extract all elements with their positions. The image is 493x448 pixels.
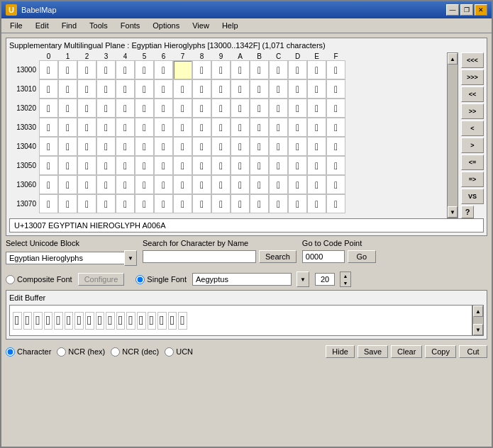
char-cell[interactable]: 𓁖	[154, 156, 173, 175]
char-cell[interactable]: 𓀗	[173, 79, 192, 99]
char-cell[interactable]: 𓀪	[231, 99, 250, 118]
char-cell[interactable]: 𓀠	[39, 99, 58, 118]
buffer-char-5[interactable]: 𓀅	[65, 312, 74, 330]
menu-find[interactable]: Find	[56, 20, 82, 31]
char-cell[interactable]: 𓁚	[231, 156, 250, 175]
restore-button[interactable]: ❐	[460, 4, 473, 16]
char-cell[interactable]: 𓀣	[96, 99, 116, 118]
char-cell[interactable]: 𓁆	[154, 137, 173, 156]
menu-help[interactable]: Help	[216, 20, 244, 31]
char-cell[interactable]: 𓀜	[269, 79, 288, 99]
char-cell[interactable]: 𓀉	[211, 60, 231, 79]
char-cell[interactable]: 𓁪	[231, 175, 250, 194]
size-up-btn[interactable]: ▲	[340, 272, 350, 279]
char-cell[interactable]: 𓁝	[288, 156, 307, 175]
char-cell[interactable]: 𓁞	[307, 156, 326, 175]
char-cell[interactable]: 𓀬	[269, 99, 288, 118]
char-cell[interactable]: 𓀓	[96, 79, 116, 99]
buffer-scroll-down[interactable]: ▼	[473, 324, 483, 335]
char-cell[interactable]: 𓀏	[326, 60, 345, 79]
char-cell[interactable]: 𓁵	[135, 194, 154, 213]
char-cell[interactable]: 𓁮	[307, 175, 326, 194]
radio-character[interactable]: Character	[6, 347, 51, 357]
char-cell[interactable]: 𓀙	[211, 79, 231, 99]
copy-button[interactable]: Copy	[425, 345, 456, 358]
char-cell[interactable]: 𓁒	[77, 156, 96, 175]
char-cell[interactable]: 𓁠	[39, 175, 58, 194]
menu-file[interactable]: File	[4, 20, 28, 31]
char-cell[interactable]: 𓀲	[77, 118, 96, 137]
unicode-block-arrow[interactable]: ▼	[124, 250, 137, 266]
char-cell[interactable]: 𓀸	[192, 118, 211, 137]
buffer-char-3[interactable]: 𓀃	[44, 312, 53, 330]
size-down-btn[interactable]: ▼	[340, 279, 350, 286]
char-cell[interactable]: 𓁁	[58, 137, 77, 156]
nav-prev-char[interactable]: <=	[461, 155, 484, 170]
char-cell[interactable]: 𓁶	[154, 194, 173, 213]
nav-help[interactable]: ?	[461, 206, 474, 218]
char-cell[interactable]: 𓀚	[231, 79, 250, 99]
char-cell[interactable]: 𓁧	[173, 175, 192, 194]
char-cell[interactable]: 𓀂	[77, 60, 96, 79]
char-cell[interactable]: 𓀮	[307, 99, 326, 118]
char-cell[interactable]: 𓀑	[58, 79, 77, 99]
char-cell[interactable]: 𓁅	[135, 137, 154, 156]
menu-options[interactable]: Options	[147, 20, 185, 31]
char-cell[interactable]: 𓁺	[231, 194, 250, 213]
char-cell[interactable]: 𓁗	[173, 156, 192, 175]
char-cell[interactable]: 𓀶	[154, 118, 173, 137]
char-cell[interactable]: 𓀆	[154, 60, 173, 79]
char-cell[interactable]: 𓁼	[269, 194, 288, 213]
nav-next-char[interactable]: =>	[461, 172, 484, 187]
char-cell[interactable]: 𓀥	[135, 99, 154, 118]
char-cell[interactable]: 𓀛	[250, 79, 269, 99]
char-cell[interactable]: 𓁀	[39, 137, 58, 156]
search-input[interactable]	[143, 250, 256, 263]
buffer-char-7[interactable]: 𓀇	[85, 312, 94, 330]
char-cell[interactable]: 𓀟	[326, 79, 345, 99]
char-cell[interactable]: 𓀘	[192, 79, 211, 99]
menu-tools[interactable]: Tools	[84, 20, 113, 31]
buffer-char-10[interactable]: 𓀊	[116, 312, 126, 330]
char-cell[interactable]: 𓀈	[192, 60, 211, 79]
char-cell[interactable]: 𓀾	[307, 118, 326, 137]
buffer-char-14[interactable]: 𓀎	[157, 312, 167, 330]
char-cell[interactable]: 𓁕	[135, 156, 154, 175]
char-cell[interactable]: 𓁣	[96, 175, 116, 194]
char-cell[interactable]: 𓁔	[116, 156, 135, 175]
char-cell[interactable]: 𓁰	[39, 194, 58, 213]
char-cell[interactable]: 𓁂	[77, 137, 96, 156]
char-cell[interactable]: 𓀞	[307, 79, 326, 99]
buffer-char-13[interactable]: 𓀍	[148, 312, 157, 330]
font-dropdown-arrow[interactable]: ▼	[297, 271, 309, 287]
char-cell[interactable]: 𓀿	[326, 118, 345, 137]
char-cell[interactable]: 𓀇𓀇	[173, 60, 192, 79]
radio-ncr-hex[interactable]: NCR (hex)	[57, 347, 105, 357]
goto-button[interactable]: Go	[348, 250, 376, 263]
char-cell[interactable]: 𓁐	[39, 156, 58, 175]
nav-prev-block[interactable]: <<	[461, 86, 484, 102]
char-cell[interactable]: 𓀖	[154, 79, 173, 99]
menu-edit[interactable]: Edit	[30, 20, 55, 31]
buffer-char-15[interactable]: 𓀏	[168, 312, 177, 330]
buffer-char-2[interactable]: 𓀂	[33, 312, 43, 330]
char-cell[interactable]: 𓁻	[250, 194, 269, 213]
char-cell[interactable]: 𓁈	[192, 137, 211, 156]
char-cell[interactable]: 𓀴	[116, 118, 135, 137]
char-cell[interactable]: 𓁲	[77, 194, 96, 213]
clear-button[interactable]: Clear	[391, 345, 422, 358]
char-cell[interactable]: 𓀀	[39, 60, 58, 79]
nav-last[interactable]: >>>	[461, 69, 484, 85]
char-cell[interactable]: 𓀵	[135, 118, 154, 137]
char-cell[interactable]: 𓀔	[116, 79, 135, 99]
char-cell[interactable]: 𓁄	[116, 137, 135, 156]
char-cell[interactable]: 𓀡	[58, 99, 77, 118]
edit-buffer-content[interactable]: 𓀀𓀁𓀂𓀃𓀄𓀅𓀆𓀇𓀈𓀉𓀊𓀋𓀌𓀍𓀎𓀏𓀐	[9, 305, 472, 336]
buffer-char-0[interactable]: 𓀀	[13, 312, 22, 330]
char-cell[interactable]: 𓁨	[192, 175, 211, 194]
char-cell[interactable]: 𓀋	[250, 60, 269, 79]
char-cell[interactable]: 𓁡	[58, 175, 77, 194]
scroll-track[interactable]	[448, 65, 458, 206]
char-cell[interactable]: 𓁱	[58, 194, 77, 213]
nav-next[interactable]: >	[461, 138, 484, 153]
